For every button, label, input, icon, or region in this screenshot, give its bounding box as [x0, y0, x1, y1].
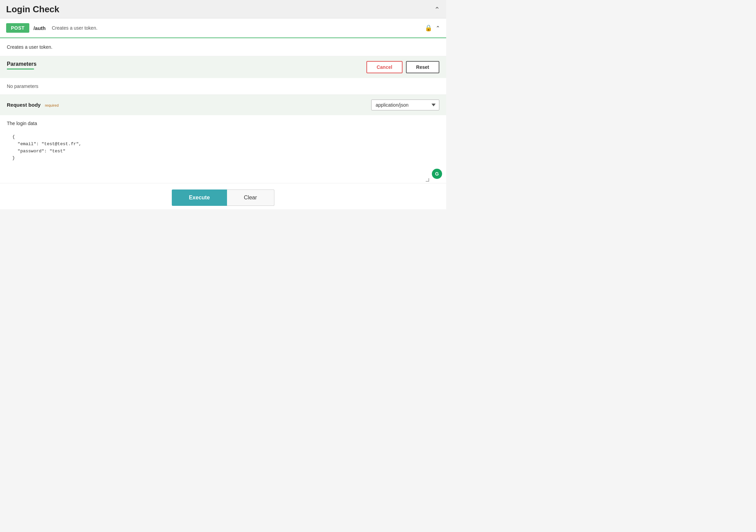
endpoint-icons: 🔒 ⌃ [425, 24, 440, 32]
page-header: Login Check ⌃ [0, 0, 446, 18]
resize-handle[interactable] [426, 178, 429, 182]
lock-icon: 🔒 [425, 24, 432, 32]
page-title: Login Check [6, 4, 59, 15]
request-body-section: Request body required application/json a… [0, 95, 446, 115]
collapse-endpoint-icon[interactable]: ⌃ [436, 25, 440, 31]
endpoint-path: /auth [33, 25, 46, 31]
execute-button[interactable]: Execute [172, 189, 227, 206]
code-block[interactable]: { "email": "test@test.fr", "password": "… [7, 130, 439, 165]
endpoint-row: POST /auth Creates a user token. 🔒 ⌃ [0, 18, 446, 38]
required-badge: required [45, 103, 59, 107]
parameters-heading: Parameters [7, 61, 36, 67]
description-text: Creates a user token. [7, 44, 52, 50]
body-editor-area: The login data { "email": "test@test.fr"… [0, 115, 446, 183]
method-badge: POST [6, 23, 29, 33]
endpoint-description: Creates a user token. [52, 25, 421, 31]
content-type-select[interactable]: application/json application/xml text/pl… [371, 100, 439, 110]
request-body-label: Request body [7, 102, 41, 108]
description-section: Creates a user token. [0, 38, 446, 56]
no-params-text: No parameters [0, 78, 446, 95]
parameters-underline [7, 69, 34, 70]
cancel-button[interactable]: Cancel [366, 61, 403, 73]
clear-button[interactable]: Clear [227, 189, 274, 206]
parameters-heading-wrap: Parameters [7, 61, 36, 70]
body-content: The login data { "email": "test@test.fr"… [0, 115, 446, 171]
grammarly-icon[interactable]: G [432, 169, 442, 179]
collapse-icon[interactable]: ⌃ [434, 5, 440, 14]
body-description: The login data [7, 121, 439, 126]
reset-button[interactable]: Reset [406, 61, 439, 73]
request-body-label-wrap: Request body required [7, 102, 59, 108]
bottom-action-bar: Execute Clear [0, 183, 446, 209]
parameters-actions: Cancel Reset [366, 61, 439, 73]
parameters-section: Parameters Cancel Reset [0, 56, 446, 78]
